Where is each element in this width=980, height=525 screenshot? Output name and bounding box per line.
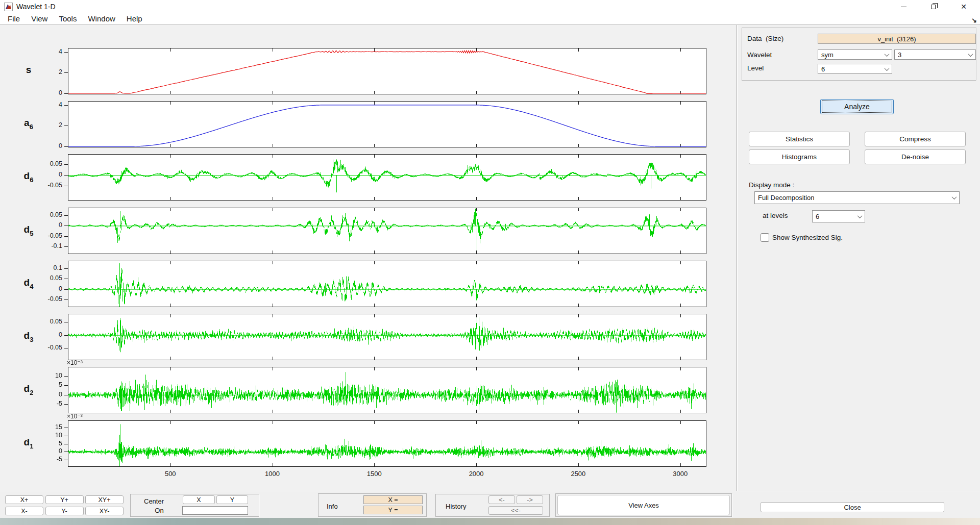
- y-tick-label: 4: [30, 101, 62, 108]
- history-prev-button[interactable]: <-: [488, 495, 515, 504]
- y-tick-label: 10: [30, 432, 62, 439]
- wavelet-label: Wavelet: [747, 51, 772, 59]
- wavelet-family-select[interactable]: sym: [818, 49, 892, 60]
- y-tick-label: -0.1: [30, 242, 62, 249]
- plot-canvas-d2: [68, 367, 706, 413]
- center-label: Center: [144, 497, 175, 505]
- plot-s[interactable]: [68, 48, 706, 94]
- plot-a6[interactable]: [68, 101, 706, 147]
- close-button[interactable]: Close: [761, 502, 944, 512]
- chevron-down-icon: [968, 52, 973, 57]
- menu-help[interactable]: Help: [121, 13, 148, 24]
- center-x-button[interactable]: X: [183, 495, 215, 504]
- dock-figure-arrow-icon[interactable]: ↘: [971, 16, 977, 24]
- plot-d1[interactable]: [68, 420, 706, 467]
- plot-canvas-d3: [68, 314, 706, 360]
- info-x-field: X =: [363, 495, 423, 504]
- zoom-x-plus-button[interactable]: X+: [5, 495, 43, 504]
- compress-button[interactable]: Compress: [865, 132, 966, 146]
- restore-button[interactable]: [921, 0, 945, 13]
- wavelet-family-value: sym: [821, 51, 834, 59]
- y-tick-label: 0.05: [30, 318, 62, 325]
- y-tick-label: 4: [30, 48, 62, 55]
- y-tick-label: 15: [30, 423, 62, 431]
- menu-tools[interactable]: Tools: [53, 13, 82, 24]
- x-tick-label: 1000: [255, 470, 290, 478]
- center-y-button[interactable]: Y: [216, 495, 248, 504]
- window-title: Wavelet 1-D: [16, 3, 56, 11]
- y-tick-label: 2: [30, 68, 62, 76]
- menu-window[interactable]: Window: [82, 13, 120, 24]
- plot-d3[interactable]: [68, 314, 706, 360]
- histograms-button[interactable]: Histograms: [749, 149, 850, 164]
- show-synthesized-checkbox[interactable]: [761, 233, 769, 242]
- analyze-button[interactable]: Analyze: [820, 99, 894, 114]
- display-mode-select[interactable]: Full Decomposition: [754, 191, 960, 204]
- history-back-button[interactable]: <<-: [488, 506, 543, 515]
- x-tick-label: 3000: [663, 470, 698, 478]
- zoom-y--button[interactable]: Y-: [45, 507, 84, 515]
- y-tick-label: 0: [30, 142, 62, 149]
- level-select[interactable]: 6: [818, 64, 892, 74]
- y-tick-label: 0: [30, 447, 62, 455]
- chevron-down-icon: [885, 52, 890, 57]
- history-label: History: [446, 503, 476, 510]
- history-next-button[interactable]: ->: [517, 495, 543, 504]
- plot-canvas-d4: [68, 261, 706, 307]
- display-mode-label: Display mode :: [749, 181, 794, 189]
- restore-icon: [931, 5, 936, 9]
- title-bar: Wavelet 1-D ✕: [0, 0, 980, 13]
- y-tick-label: 0.05: [30, 160, 62, 167]
- y-tick-label: 0.05: [30, 274, 62, 282]
- view-axes-button[interactable]: View Axes: [557, 495, 730, 515]
- close-window-button[interactable]: ✕: [952, 0, 975, 13]
- y-tick-label: 0.05: [30, 211, 62, 218]
- exponent-label-d2: ×10⁻³: [67, 359, 83, 366]
- on-label: On: [144, 507, 175, 514]
- zoom-y-plus-button[interactable]: Y+: [45, 495, 84, 504]
- y-tick-label: 10: [30, 372, 62, 379]
- menu-bar: FileViewToolsWindowHelp: [0, 13, 980, 25]
- statistics-button[interactable]: Statistics: [749, 132, 850, 146]
- data-size-value: v_init (3126): [818, 34, 976, 44]
- plot-canvas-d6: [68, 155, 706, 200]
- at-levels-label: at levels: [763, 212, 788, 219]
- denoise-button[interactable]: De-noise: [865, 149, 966, 164]
- y-tick-label: 0.1: [30, 264, 62, 271]
- plot-d2[interactable]: [68, 367, 706, 413]
- plot-d4[interactable]: [68, 261, 706, 307]
- chevron-down-icon: [857, 213, 863, 218]
- level-label: Level: [747, 64, 764, 72]
- exponent-label-d1: ×10⁻³: [67, 413, 83, 420]
- info-y-field: Y =: [363, 506, 423, 514]
- menu-view[interactable]: View: [26, 13, 53, 24]
- y-tick-label: -0.05: [30, 344, 62, 351]
- menu-file[interactable]: File: [2, 13, 26, 24]
- plot-d6[interactable]: [68, 154, 706, 201]
- plot-d5[interactable]: [68, 208, 706, 254]
- display-mode-value: Full Decomposition: [758, 194, 815, 202]
- x-tick-label: 2500: [560, 470, 596, 478]
- close-icon: ✕: [961, 3, 967, 10]
- minimize-button[interactable]: [892, 0, 915, 13]
- matlab-app-icon: [4, 3, 13, 11]
- at-levels-select[interactable]: 6: [812, 210, 865, 222]
- y-tick-label: 2: [30, 121, 62, 129]
- zoom-xy-plus-button[interactable]: XY+: [85, 495, 124, 504]
- decomposition-plot-area: Decomposition at level 6 : s = a6 + d6 +…: [0, 25, 737, 491]
- level-value: 6: [821, 65, 825, 73]
- zoom-x--button[interactable]: X-: [5, 507, 43, 515]
- x-tick-label: 1500: [356, 470, 392, 478]
- x-tick-label: 2000: [458, 470, 494, 478]
- zoom-xy--button[interactable]: XY-: [85, 507, 124, 515]
- y-tick-label: 5: [30, 440, 62, 447]
- center-on-input[interactable]: [182, 506, 248, 515]
- chevron-down-icon: [952, 194, 957, 199]
- desktop-edge: [0, 518, 980, 525]
- plot-canvas-s: [68, 48, 706, 94]
- y-tick-label: -0.05: [30, 295, 62, 303]
- wavelet-1d-window: Wavelet 1-D ✕ FileViewToolsWindowHelp ↘ …: [0, 0, 980, 525]
- wavelet-number-select[interactable]: 3: [894, 49, 976, 60]
- chevron-down-icon: [885, 66, 890, 71]
- plot-canvas-a6: [68, 102, 706, 147]
